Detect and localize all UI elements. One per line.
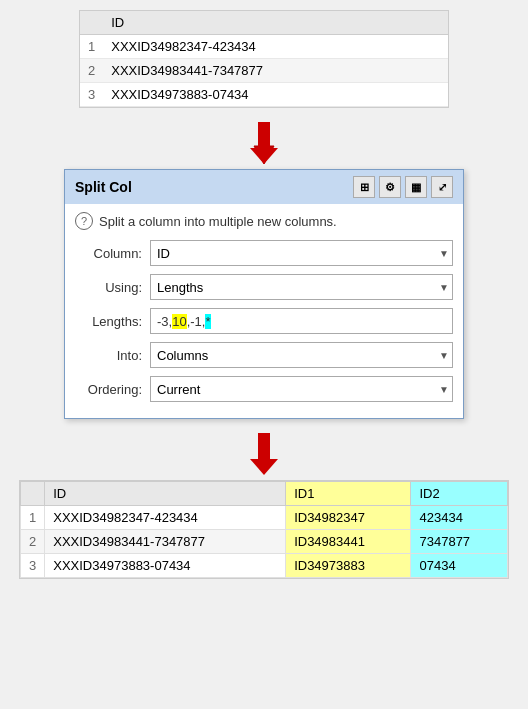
row-num: 3 <box>21 554 45 578</box>
ordering-label: Ordering: <box>75 382 150 397</box>
lengths-part-3: ,-1, <box>187 314 206 329</box>
table-row: 2 XXXID34983441-7347877 <box>80 59 448 83</box>
into-dropdown-wrapper: Columns ▼ <box>150 342 453 368</box>
bottom-table-id1-header: ID1 <box>286 482 411 506</box>
table-row: 1 XXXID34982347-423434 ID34982347 423434 <box>21 506 508 530</box>
gear-icon[interactable]: ⚙ <box>379 176 401 198</box>
column-row: Column: ID ▼ <box>75 240 453 266</box>
lengths-part-2: 10 <box>172 314 186 329</box>
arrow-down-2 <box>244 431 284 476</box>
svg-marker-2 <box>250 148 278 164</box>
id1-cell: ID34983441 <box>286 530 411 554</box>
info-icon: ? <box>75 212 93 230</box>
column-dropdown-wrapper: ID ▼ <box>150 240 453 266</box>
table-icon[interactable]: ▦ <box>405 176 427 198</box>
table-row: 1 XXXID34982347-423434 <box>80 35 448 59</box>
top-table: ID 1 XXXID34982347-423434 2 XXXID3498344… <box>79 10 449 108</box>
bottom-table: ID ID1 ID2 1 XXXID34982347-423434 ID3498… <box>19 480 509 579</box>
into-row: Into: Columns ▼ <box>75 342 453 368</box>
arrow-down-1 <box>244 120 284 165</box>
row-num: 1 <box>80 35 103 59</box>
dialog-icon-bar: ⊞ ⚙ ▦ ⤢ <box>353 176 453 198</box>
lengths-label: Lengths: <box>75 314 150 329</box>
lengths-row: Lengths: -3,10,-1,* <box>75 308 453 334</box>
table-row: 2 XXXID34983441-7347877 ID34983441 73478… <box>21 530 508 554</box>
id-cell: XXXID34982347-423434 <box>103 35 448 59</box>
id-cell: XXXID34973883-07434 <box>45 554 286 578</box>
column-label: Column: <box>75 246 150 261</box>
column-dropdown[interactable]: ID <box>150 240 453 266</box>
dialog-title-text: Split Col <box>75 179 132 195</box>
row-num: 3 <box>80 83 103 107</box>
lengths-display[interactable]: -3,10,-1,* <box>150 308 453 334</box>
id-cell: XXXID34983441-7347877 <box>103 59 448 83</box>
id2-cell: 423434 <box>411 506 508 530</box>
dialog-body: ? Split a column into multiple new colum… <box>65 204 463 418</box>
svg-rect-1 <box>258 122 270 148</box>
dialog-info-row: ? Split a column into multiple new colum… <box>75 212 453 230</box>
id-cell: XXXID34973883-07434 <box>103 83 448 107</box>
lengths-part-1: -3, <box>157 314 172 329</box>
ordering-dropdown[interactable]: Current <box>150 376 453 402</box>
id-cell: XXXID34983441-7347877 <box>45 530 286 554</box>
top-table-id-header: ID <box>103 11 448 35</box>
expand-icon[interactable]: ⤢ <box>431 176 453 198</box>
table-row: 3 XXXID34973883-07434 <box>80 83 448 107</box>
bottom-table-id-header: ID <box>45 482 286 506</box>
row-num: 2 <box>21 530 45 554</box>
bottom-table-rownum-header <box>21 482 45 506</box>
id1-cell: ID34982347 <box>286 506 411 530</box>
using-dropdown[interactable]: Lengths <box>150 274 453 300</box>
using-row: Using: Lengths ▼ <box>75 274 453 300</box>
row-num: 1 <box>21 506 45 530</box>
split-col-dialog: Split Col ⊞ ⚙ ▦ ⤢ ? Split a column into … <box>64 169 464 419</box>
id-cell: XXXID34982347-423434 <box>45 506 286 530</box>
id1-cell: ID34973883 <box>286 554 411 578</box>
calc-icon[interactable]: ⊞ <box>353 176 375 198</box>
lengths-part-4: * <box>205 314 210 329</box>
svg-rect-3 <box>258 433 270 459</box>
dialog-info-text: Split a column into multiple new columns… <box>99 214 337 229</box>
svg-marker-4 <box>250 459 278 475</box>
id2-cell: 07434 <box>411 554 508 578</box>
into-label: Into: <box>75 348 150 363</box>
top-table-rownum-header <box>80 11 103 35</box>
ordering-row: Ordering: Current ▼ <box>75 376 453 402</box>
id2-cell: 7347877 <box>411 530 508 554</box>
table-row: 3 XXXID34973883-07434 ID34973883 07434 <box>21 554 508 578</box>
row-num: 2 <box>80 59 103 83</box>
ordering-dropdown-wrapper: Current ▼ <box>150 376 453 402</box>
bottom-table-id2-header: ID2 <box>411 482 508 506</box>
using-label: Using: <box>75 280 150 295</box>
into-dropdown[interactable]: Columns <box>150 342 453 368</box>
using-dropdown-wrapper: Lengths ▼ <box>150 274 453 300</box>
dialog-title-bar: Split Col ⊞ ⚙ ▦ ⤢ <box>65 170 463 204</box>
